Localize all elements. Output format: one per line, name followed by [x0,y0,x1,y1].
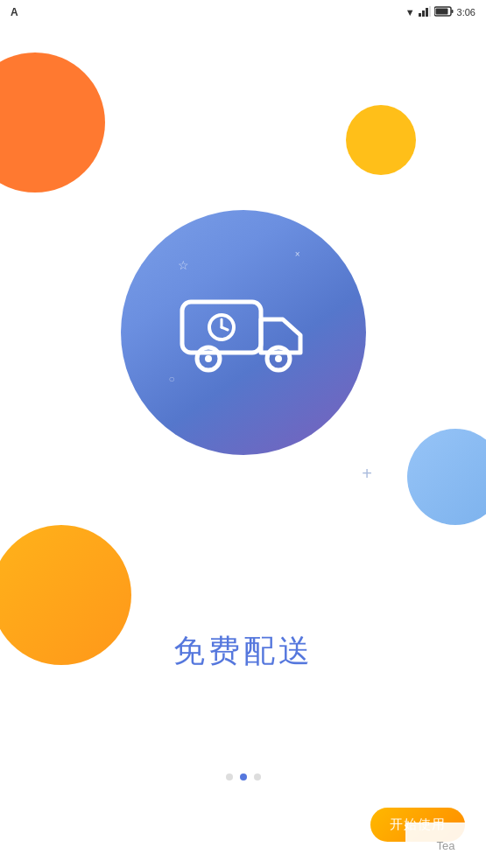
svg-rect-6 [435,9,447,15]
plus-decoration: + [362,464,372,484]
circle-blue-right [407,429,486,525]
pagination-dot-2[interactable] [240,774,247,780]
star-decoration-2: × [295,249,300,259]
app-label: A [11,6,18,18]
svg-line-10 [222,327,228,330]
time-display: 3:06 [457,7,475,18]
svg-rect-1 [422,10,425,17]
main-heading: 免费配送 [173,630,313,673]
circle-orange-top [0,52,105,192]
battery-icon [434,6,454,18]
truck-icon [173,284,313,381]
pagination-dot-3[interactable] [254,774,261,780]
tea-label: Tea [405,822,486,868]
pagination [226,774,261,780]
circle-yellow-top [346,105,416,175]
svg-point-12 [205,355,212,362]
svg-rect-3 [429,6,431,17]
svg-rect-2 [426,8,428,17]
svg-rect-5 [451,10,453,13]
main-illustration: ☆ × ○ [121,210,366,455]
status-bar: A ▼ 3:06 [0,0,486,24]
status-icons: ▼ 3:06 [405,6,475,18]
main-circle: ☆ × ○ [121,210,366,455]
star-decoration-1: ☆ [178,258,189,272]
circle-orange-bottom [0,525,131,665]
pagination-dot-1[interactable] [226,774,233,780]
signal-icon [419,6,431,18]
svg-rect-0 [419,13,421,17]
svg-point-14 [275,355,282,362]
dot-decoration: ○ [169,373,175,385]
wifi-icon: ▼ [405,7,415,18]
